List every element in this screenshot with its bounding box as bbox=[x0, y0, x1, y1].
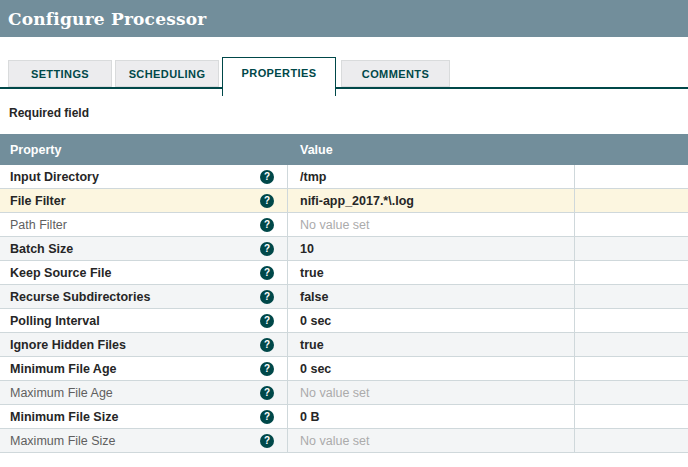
property-value[interactable]: 0 sec bbox=[288, 357, 575, 380]
property-cell: Batch Size? bbox=[0, 237, 288, 260]
row-filler bbox=[575, 357, 688, 380]
property-value[interactable]: No value set bbox=[288, 381, 575, 404]
table-row[interactable]: Maximum File Age?No value set bbox=[0, 381, 688, 405]
properties-table: Property Value Input Directory?/tmpFile … bbox=[0, 134, 688, 453]
help-icon[interactable]: ? bbox=[260, 338, 274, 352]
required-field-label: Required field bbox=[9, 106, 89, 120]
column-header-property: Property bbox=[0, 143, 288, 157]
help-icon[interactable]: ? bbox=[260, 170, 274, 184]
property-cell: File Filter? bbox=[0, 189, 288, 212]
help-icon[interactable]: ? bbox=[260, 386, 274, 400]
table-row[interactable]: Maximum File Size?No value set bbox=[0, 429, 688, 453]
row-filler bbox=[575, 429, 688, 452]
table-row[interactable]: Ignore Hidden Files?true bbox=[0, 333, 688, 357]
table-row[interactable]: Recurse Subdirectories?false bbox=[0, 285, 688, 309]
tab-properties[interactable]: PROPERTIES bbox=[222, 57, 336, 96]
help-icon[interactable]: ? bbox=[260, 194, 274, 208]
help-icon[interactable]: ? bbox=[260, 314, 274, 328]
table-row[interactable]: Path Filter?No value set bbox=[0, 213, 688, 237]
tab-scheduling[interactable]: SCHEDULING bbox=[115, 60, 219, 87]
property-name: File Filter bbox=[10, 194, 260, 208]
table-row[interactable]: Minimum File Size?0 B bbox=[0, 405, 688, 429]
column-header-value: Value bbox=[288, 143, 575, 157]
property-name: Maximum File Age bbox=[10, 386, 260, 400]
property-name: Recurse Subdirectories bbox=[10, 290, 260, 304]
property-cell: Maximum File Age? bbox=[0, 381, 288, 404]
help-icon[interactable]: ? bbox=[260, 410, 274, 424]
property-cell: Keep Source File? bbox=[0, 261, 288, 284]
row-filler bbox=[575, 261, 688, 284]
property-value[interactable]: nifi-app_2017.*\.log bbox=[288, 189, 575, 212]
property-value[interactable]: No value set bbox=[288, 429, 575, 452]
property-cell: Minimum File Age? bbox=[0, 357, 288, 380]
row-filler bbox=[575, 237, 688, 260]
help-icon[interactable]: ? bbox=[260, 266, 274, 280]
property-value[interactable]: 0 B bbox=[288, 405, 575, 428]
table-row[interactable]: Keep Source File?true bbox=[0, 261, 688, 285]
property-value[interactable]: true bbox=[288, 261, 575, 284]
tab-bar: SETTINGSSCHEDULINGPROPERTIESCOMMENTS bbox=[0, 0, 688, 97]
help-icon[interactable]: ? bbox=[260, 290, 274, 304]
row-filler bbox=[575, 189, 688, 212]
row-filler bbox=[575, 381, 688, 404]
property-value[interactable]: No value set bbox=[288, 213, 575, 236]
table-row[interactable]: Polling Interval?0 sec bbox=[0, 309, 688, 333]
property-value[interactable]: /tmp bbox=[288, 165, 575, 188]
property-value[interactable]: true bbox=[288, 333, 575, 356]
property-value[interactable]: 10 bbox=[288, 237, 575, 260]
property-name: Polling Interval bbox=[10, 314, 260, 328]
property-cell: Path Filter? bbox=[0, 213, 288, 236]
property-name: Input Directory bbox=[10, 170, 260, 184]
property-cell: Recurse Subdirectories? bbox=[0, 285, 288, 308]
property-cell: Maximum File Size? bbox=[0, 429, 288, 452]
help-icon[interactable]: ? bbox=[260, 434, 274, 448]
property-name: Batch Size bbox=[10, 242, 260, 256]
row-filler bbox=[575, 213, 688, 236]
tab-comments[interactable]: COMMENTS bbox=[341, 60, 450, 87]
table-header: Property Value bbox=[0, 134, 688, 165]
property-cell: Ignore Hidden Files? bbox=[0, 333, 288, 356]
property-name: Ignore Hidden Files bbox=[10, 338, 260, 352]
help-icon[interactable]: ? bbox=[260, 218, 274, 232]
row-filler bbox=[575, 333, 688, 356]
property-cell: Minimum File Size? bbox=[0, 405, 288, 428]
help-icon[interactable]: ? bbox=[260, 362, 274, 376]
help-icon[interactable]: ? bbox=[260, 242, 274, 256]
table-row[interactable]: File Filter?nifi-app_2017.*\.log bbox=[0, 189, 688, 213]
property-name: Maximum File Size bbox=[10, 434, 260, 448]
tab-settings[interactable]: SETTINGS bbox=[8, 60, 112, 87]
property-cell: Input Directory? bbox=[0, 165, 288, 188]
properties-table-body: Input Directory?/tmpFile Filter?nifi-app… bbox=[0, 165, 688, 453]
configure-processor-dialog: Configure Processor SETTINGSSCHEDULINGPR… bbox=[0, 0, 688, 467]
row-filler bbox=[575, 285, 688, 308]
property-cell: Polling Interval? bbox=[0, 309, 288, 332]
table-row[interactable]: Minimum File Age?0 sec bbox=[0, 357, 688, 381]
row-filler bbox=[575, 165, 688, 188]
property-value[interactable]: 0 sec bbox=[288, 309, 575, 332]
table-row[interactable]: Batch Size?10 bbox=[0, 237, 688, 261]
property-name: Keep Source File bbox=[10, 266, 260, 280]
table-row[interactable]: Input Directory?/tmp bbox=[0, 165, 688, 189]
property-name: Minimum File Size bbox=[10, 410, 260, 424]
property-name: Path Filter bbox=[10, 218, 260, 232]
property-name: Minimum File Age bbox=[10, 362, 260, 376]
property-value[interactable]: false bbox=[288, 285, 575, 308]
row-filler bbox=[575, 309, 688, 332]
row-filler bbox=[575, 405, 688, 428]
